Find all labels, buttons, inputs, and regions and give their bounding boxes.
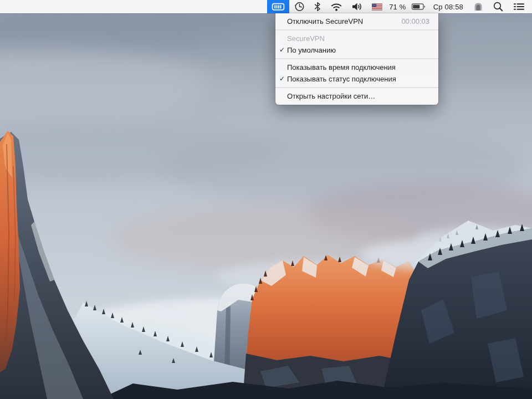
vpn-dropdown-menu: Отключить SecureVPN 00:00:03 SecureVPN ✓…	[275, 13, 438, 105]
time-machine-menubar-item[interactable]	[289, 0, 309, 13]
connection-timer: 00:00:03	[401, 16, 429, 27]
tunnel-vpn-menubar-item[interactable]	[468, 0, 488, 13]
menubar-clock[interactable]: Ср 08:58	[428, 0, 468, 13]
notification-center-icon	[512, 1, 525, 13]
volume-icon	[351, 1, 364, 13]
vpn-active-icon	[271, 1, 285, 13]
menu-item-label: По умолчанию	[287, 44, 336, 56]
menu-item-label: Открыть настройки сети…	[287, 90, 375, 102]
menu-item-open-network-settings[interactable]: Открыть настройки сети…	[275, 90, 438, 102]
menu-item-label: SecureVPN	[287, 33, 325, 44]
bluetooth-icon	[313, 1, 322, 13]
menu-separator	[275, 87, 438, 88]
menu-item-show-connection-time[interactable]: Показывать время подключения	[275, 62, 438, 73]
tunnel-vpn-icon	[472, 1, 484, 13]
volume-menubar-item[interactable]	[347, 0, 368, 13]
menu-separator	[275, 58, 438, 59]
menu-bar: 71 % Ср 08:58	[0, 0, 532, 13]
battery-icon	[411, 1, 426, 13]
menubar-empty-area	[0, 0, 267, 13]
notification-center-menubar-item[interactable]	[508, 0, 532, 13]
desktop: 71 % Ср 08:58	[0, 0, 532, 399]
battery-percent: 71 %	[386, 0, 408, 13]
menu-item-label: Показывать время подключения	[287, 62, 396, 73]
bluetooth-menubar-item[interactable]	[309, 0, 326, 13]
us-flag-icon	[372, 3, 382, 11]
spotlight-search-icon	[492, 1, 504, 13]
battery-menubar-item[interactable]	[409, 0, 428, 13]
menu-separator	[275, 29, 438, 30]
spotlight-menubar-item[interactable]	[488, 0, 508, 13]
wallpaper-el-capitan	[0, 0, 532, 399]
menu-item-disconnect-vpn[interactable]: Отключить SecureVPN 00:00:03	[275, 16, 438, 27]
menu-item-config-header: SecureVPN	[275, 33, 438, 44]
wifi-menubar-item[interactable]	[326, 0, 347, 13]
menu-item-default-config[interactable]: ✓ По умолчанию	[275, 44, 438, 56]
input-language-menubar-item[interactable]	[368, 0, 386, 13]
menu-item-show-connection-status[interactable]: ✓ Показывать статус подключения	[275, 73, 438, 85]
wifi-icon	[330, 1, 343, 13]
menu-item-label: Отключить SecureVPN	[287, 16, 363, 27]
time-machine-icon	[293, 1, 305, 13]
checkmark-icon: ✓	[278, 44, 286, 56]
checkmark-icon: ✓	[278, 73, 286, 85]
vpn-menubar-item[interactable]	[267, 0, 289, 13]
menu-item-label: Показывать статус подключения	[287, 73, 396, 85]
